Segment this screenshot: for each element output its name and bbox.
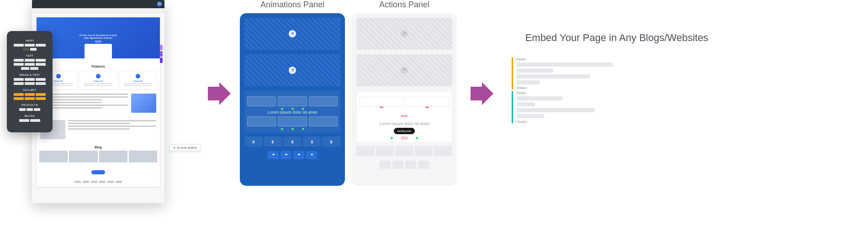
inline-editor-tooltip: ●in-line editor [169, 144, 201, 151]
pill-button[interactable] [293, 151, 304, 159]
feature-icon [56, 74, 61, 79]
code-body-block: <body> </body> [512, 91, 617, 123]
cart-icon [401, 67, 408, 74]
doc-icon [291, 137, 294, 146]
doc-icon [329, 137, 333, 146]
feature-card-title: Feature 02 [80, 80, 116, 82]
flow-arrow-icon [471, 82, 493, 105]
editor-toolbar [32, 0, 164, 8]
lorem-text: Lorem ipsum dolor sit amet [247, 110, 338, 115]
blog-card[interactable] [129, 151, 157, 162]
svg-marker-1 [471, 82, 493, 105]
palette-section-title: GALLERY [9, 89, 51, 91]
blog-cards [39, 151, 157, 162]
editor-subtoolbar [32, 8, 164, 13]
palette-section-title: HERO [9, 39, 51, 42]
feature-card[interactable]: Feature 02 [79, 71, 117, 90]
pill-button[interactable] [380, 161, 391, 169]
feature-card-title: Feature 03 [121, 80, 156, 82]
pill-button[interactable] [306, 151, 317, 159]
action-badge [380, 107, 383, 108]
code-head-block: <head> </head> [512, 58, 617, 89]
features-title: Features [37, 65, 160, 68]
code-tag: </head> [513, 86, 617, 89]
logos-row [37, 179, 160, 187]
flow-arrow-icon [208, 82, 231, 105]
pill-button[interactable] [268, 151, 279, 159]
action-block[interactable] [356, 54, 452, 86]
blog-card[interactable] [69, 151, 97, 162]
action-pill-row [352, 161, 457, 169]
text-block [68, 120, 156, 139]
feature-card[interactable]: Feature 03 [119, 71, 157, 90]
cart-icon [401, 30, 408, 37]
blog-section[interactable]: Blog [37, 143, 160, 165]
cta-section[interactable] [37, 165, 160, 179]
palette-section-title: PRODUCTS [9, 104, 51, 106]
image-placeholder [131, 94, 156, 113]
tracking-tooltip: tracking-order [394, 128, 415, 134]
animations-panel-title: Animations Panel [240, 0, 345, 10]
action-badge [425, 107, 429, 108]
actions-phone: Lorem ipsum dolor sit amet tracking-orde… [352, 13, 457, 186]
feature-icon [96, 74, 101, 79]
stage-editor: At vero eos et accusamus et iusto odio d… [5, 0, 201, 246]
action-tag[interactable] [401, 137, 408, 139]
pill-button[interactable] [405, 161, 416, 169]
page-preview: At vero eos et accusamus et iusto odio d… [37, 17, 160, 187]
hero-cta-button[interactable] [95, 41, 101, 42]
anim-pill-row [240, 151, 345, 159]
palette-section-title: TEXT [9, 54, 51, 57]
blog-card[interactable] [99, 151, 127, 162]
hero-illustration [85, 44, 112, 62]
anim-bottom-row [240, 136, 345, 147]
anim-block[interactable] [244, 54, 340, 86]
doc-icon [310, 137, 314, 146]
action-block[interactable] [356, 18, 452, 50]
doc-icon [271, 137, 275, 146]
anim-block[interactable] [244, 18, 340, 50]
text-block [40, 94, 128, 113]
features-section[interactable]: Features Feature 01 Feature 02 [37, 65, 160, 90]
stage-actions-panel: Actions Panel Lorem ipsum dolor sit amet… [352, 0, 457, 186]
user-avatar[interactable] [157, 2, 162, 6]
blog-card[interactable] [39, 151, 68, 162]
doc-icon [252, 137, 255, 146]
embed-title: Embed Your Page in Any Blogs/Websites [503, 32, 731, 44]
code-tag: </body> [513, 120, 617, 123]
stage-animations-panel: Animations Panel Lorem ipsum dolor sit a… [240, 0, 345, 186]
palette-section-title: BLOGS [9, 115, 51, 117]
cart-icon [289, 30, 296, 37]
blocks-palette[interactable]: HERO TEXT IMAGE & TEXT GALLERY PRODUCTS … [7, 31, 53, 132]
inline-editor-label: in-line editor [177, 146, 197, 150]
blog-title: Blog [39, 146, 157, 149]
image-text-row[interactable] [37, 116, 160, 143]
code-tag: <body> [513, 91, 617, 94]
hero-subhead: odio dignissimos ducimus [84, 37, 113, 39]
lorem-text: Lorem ipsum dolor sit amet [360, 121, 449, 126]
features-row: Feature 01 Feature 02 Feature 03 [37, 71, 160, 90]
cta-button[interactable] [91, 170, 105, 174]
pill-button[interactable] [281, 151, 291, 159]
feature-icon [136, 74, 140, 79]
pill-button[interactable] [392, 161, 403, 169]
selection-handles[interactable] [160, 45, 163, 63]
action-tag[interactable] [401, 115, 408, 117]
code-tag: <head> [513, 58, 617, 61]
pill-button[interactable] [418, 161, 429, 169]
image-text-row[interactable] [37, 90, 160, 116]
animations-phone: Lorem ipsum dolor sit amet [240, 13, 345, 186]
stage-embed: Embed Your Page in Any Blogs/Websites <h… [503, 32, 731, 123]
action-bottom-row [352, 146, 457, 156]
hero-section[interactable]: At vero eos et accusamus et iusto odio d… [37, 17, 160, 58]
cart-icon [289, 67, 296, 74]
palette-section-title: IMAGE & TEXT [9, 73, 51, 76]
actions-panel-title: Actions Panel [352, 0, 457, 10]
svg-marker-0 [208, 82, 231, 105]
